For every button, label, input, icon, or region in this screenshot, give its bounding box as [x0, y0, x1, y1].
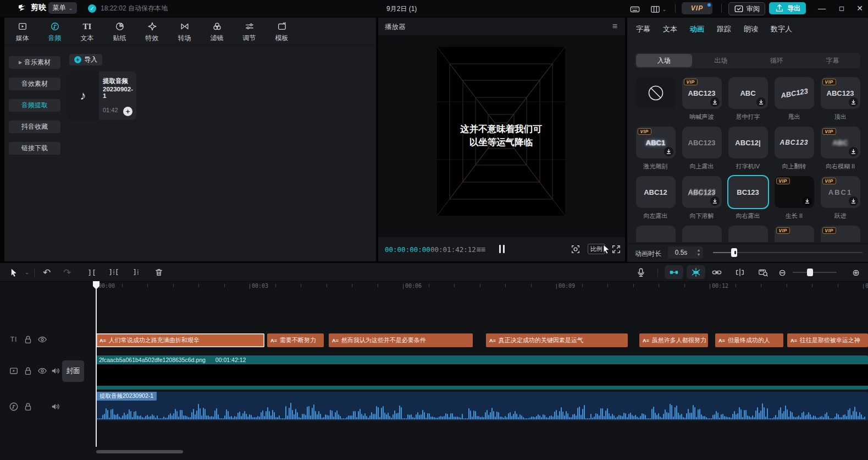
menu-button[interactable]: 菜单 ⌄ [48, 2, 77, 14]
anim-tile-呐喊声波[interactable]: ABC123VIP [682, 77, 722, 109]
timeline-zoom-slider[interactable] [793, 272, 837, 273]
anim-tab-朗读[interactable]: 朗读 [744, 24, 758, 34]
anim-subtab-出场[interactable]: 出场 [693, 53, 749, 68]
sidebar-item-链接下载[interactable]: 链接下载 [9, 142, 60, 155]
vip-button[interactable]: VIP [682, 2, 712, 14]
add-to-timeline-button[interactable]: + [123, 107, 132, 116]
anim-tile[interactable] [636, 226, 676, 242]
split-delete-right-icon[interactable]: ]⁞ [130, 266, 142, 278]
anim-tile[interactable]: VIP [821, 226, 860, 242]
zoom-in-icon[interactable]: ⊕ [850, 266, 862, 278]
shortcut-keyboard-icon[interactable] [630, 4, 640, 14]
fit-zoom-icon[interactable] [571, 244, 580, 254]
subtitle-clip[interactable]: A≡但最终成功的人 [715, 333, 783, 347]
anim-tile-顶出[interactable]: ABC123VIP [821, 77, 860, 109]
anim-tab-跟踪[interactable]: 跟踪 [717, 24, 731, 34]
minimize-button[interactable]: — [814, 0, 830, 17]
anim-tile-生长 II[interactable]: VIP [775, 176, 814, 208]
video-clip[interactable]: 2fcaacb5a061b4a502dfe1208635c6d.png 00:0… [96, 355, 868, 390]
anim-tile-向右露出[interactable]: BC123 [728, 176, 768, 208]
split-delete-left-icon[interactable]: ]⁞[ [108, 266, 120, 278]
duration-stepper[interactable]: ▲▼ [694, 248, 703, 256]
record-mic-icon[interactable] [635, 266, 647, 278]
anim-tab-数字人[interactable]: 数字人 [771, 24, 792, 34]
anim-tile-向下溶解[interactable]: ABC123 [682, 176, 722, 208]
auto-highlight-toggle-button[interactable] [687, 265, 705, 279]
maximize-button[interactable]: ◻ [833, 0, 850, 17]
anim-tile[interactable] [728, 226, 768, 242]
cover-button[interactable]: 封面 [62, 360, 84, 382]
anim-tile-打字机IV[interactable]: ABC12| [728, 127, 768, 158]
text-track-lock-icon[interactable] [23, 335, 33, 344]
media-tab-音频[interactable]: 音频 [42, 21, 67, 43]
video-track-mute-icon[interactable] [51, 366, 60, 376]
select-tool-caret[interactable]: ⌄ [21, 266, 33, 278]
audio-clip[interactable]: 提取音频20230902-1 [96, 392, 868, 420]
redo-icon[interactable]: ↷ [61, 266, 73, 278]
insert-split-icon[interactable] [734, 266, 746, 278]
duration-slider[interactable] [713, 252, 863, 253]
anim-subtab-字幕[interactable]: 字幕 [805, 53, 861, 68]
anim-tab-字幕[interactable]: 字幕 [636, 24, 650, 34]
undo-icon[interactable]: ↶ [41, 266, 53, 278]
delete-icon[interactable] [153, 266, 165, 278]
layout-switch-icon[interactable]: ⌄ [650, 4, 666, 14]
split-icon[interactable]: ][ [86, 266, 98, 278]
anim-tile[interactable]: VIP [775, 226, 814, 242]
anim-tile-甩出[interactable]: ABC123 [775, 77, 814, 109]
subtitle-clip[interactable]: A≡往往是那些被幸运之神 [787, 333, 868, 347]
import-button[interactable]: + 导入 [69, 54, 102, 65]
subtitle-clip[interactable]: A≡人们常说成功之路充满曲折和艰辛 [96, 333, 264, 347]
review-button[interactable]: 审阅 [728, 2, 765, 15]
sidebar-item-音乐素材[interactable]: ▶音乐素材 [9, 56, 60, 69]
audio-asset-card[interactable]: ♪ 提取音频 20230902-1 01:42 + [67, 72, 136, 120]
sidebar-item-音频提取[interactable]: 音频提取 [9, 99, 60, 112]
anim-subtab-循环[interactable]: 循环 [749, 53, 805, 68]
preview-axis-icon[interactable] [757, 266, 769, 278]
video-track-lock-icon[interactable] [23, 366, 33, 376]
anim-tile-向上翻转[interactable]: ABC123 [775, 127, 814, 158]
player-menu-icon[interactable]: ≡ [612, 21, 617, 31]
zoom-out-icon[interactable]: ⊖ [776, 266, 788, 278]
media-tab-滤镜[interactable]: 滤镜 [204, 21, 229, 43]
subtitle-clip[interactable]: A≡然而我认为这些并不是必要条件 [329, 333, 473, 347]
close-button[interactable]: ✕ [852, 0, 868, 17]
link-icon[interactable] [711, 266, 723, 278]
media-tab-贴纸[interactable]: 贴纸 [107, 21, 132, 43]
anim-tile-向上露出[interactable]: ABC123 [682, 127, 722, 158]
timeline-ruler[interactable]: 00:0000:0300:0600:0900:1200:1 [0, 282, 868, 294]
timeline-horizontal-scrollbar[interactable] [96, 450, 183, 453]
duration-slider-handle[interactable] [731, 248, 737, 257]
media-tab-媒体[interactable]: 媒体 [10, 21, 35, 43]
video-track-visibility-icon[interactable] [37, 366, 47, 376]
anim-tile-跃进[interactable]: ABC1VIP [821, 176, 860, 208]
timeline-zoom-handle[interactable] [807, 269, 813, 276]
playhead-line[interactable] [96, 282, 97, 447]
anim-tile-向右模糊 II[interactable]: ABCVIP [821, 127, 860, 158]
media-tab-特效[interactable]: 特效 [140, 21, 164, 43]
media-tab-文本[interactable]: TI文本 [75, 21, 99, 43]
select-tool-icon[interactable] [8, 266, 20, 278]
audio-track-mute-icon[interactable] [51, 402, 60, 412]
anim-tile-居中打字[interactable]: ABC [728, 77, 768, 109]
media-tab-调节[interactable]: 调节 [237, 21, 262, 43]
subtitle-clip[interactable]: A≡真正决定成功的关键因素是运气 [486, 333, 628, 347]
fullscreen-icon[interactable] [611, 244, 621, 254]
anim-tab-文本[interactable]: 文本 [663, 24, 677, 34]
pause-button[interactable] [497, 244, 507, 254]
anim-tile-向左露出[interactable]: ABC12 [636, 176, 676, 208]
audio-track-lock-icon[interactable] [23, 402, 33, 412]
snap-toggle-button[interactable] [665, 265, 683, 279]
media-tab-模板[interactable]: 模板 [269, 21, 294, 43]
export-button[interactable]: 导出 [769, 2, 806, 14]
anim-subtab-入场[interactable]: 入场 [636, 54, 692, 67]
anim-tile-激光雕刻[interactable]: ABC1VIP [636, 127, 676, 158]
anim-tile[interactable] [636, 77, 676, 109]
anim-tile[interactable] [682, 226, 722, 242]
sidebar-item-抖音收藏[interactable]: 抖音收藏 [9, 121, 60, 133]
frame-preview-icon[interactable] [476, 246, 486, 256]
sidebar-item-音效素材[interactable]: 音效素材 [9, 78, 60, 90]
subtitle-clip[interactable]: A≡需要不断努力 [267, 333, 324, 347]
anim-tab-动画[interactable]: 动画 [690, 24, 704, 34]
text-track-visibility-icon[interactable] [37, 335, 47, 344]
